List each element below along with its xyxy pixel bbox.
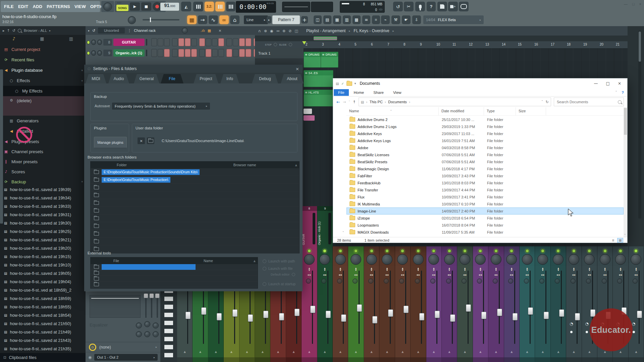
pan-arrows[interactable]: ◀▶	[370, 274, 373, 276]
browser-tree-item[interactable]: ○ My Effects	[0, 86, 86, 96]
stereo-knob[interactable]	[555, 279, 560, 284]
pan-knob[interactable]	[460, 254, 470, 265]
menu-item[interactable]: ADD	[33, 4, 42, 9]
mixer-strip[interactable]: ▲▼ ◀▶ ◔ ▲	[473, 246, 488, 362]
pan-knob[interactable]	[491, 254, 501, 265]
backup-file-item[interactable]: ▤ how-to-use-fl-st..saved at 19h20)	[0, 244, 86, 252]
search-input[interactable]	[556, 100, 616, 104]
step-cell[interactable]	[158, 49, 163, 57]
step-cell[interactable]	[164, 49, 170, 57]
fader-handle[interactable]	[310, 306, 315, 313]
channel-fader[interactable]	[146, 50, 147, 56]
step-cell[interactable]	[185, 38, 191, 46]
cut-icon[interactable]: ✂	[404, 2, 414, 11]
panel-toggle-icon[interactable]: ▤	[323, 15, 331, 24]
file-row[interactable]: FabFilter 10/09/2017 3:43 PM File folder	[346, 172, 624, 179]
pan-arrows[interactable]: ◀▶	[338, 274, 342, 276]
mixer-strip[interactable]: ▲▼ ◀▶ ◔ ▲	[582, 246, 597, 362]
time-stretch-selector[interactable]: ◷ (none) ▸	[86, 342, 160, 352]
stereo-knob[interactable]	[399, 279, 404, 284]
stereo-knob[interactable]	[633, 279, 638, 284]
settings-tab[interactable]: Debug	[252, 74, 278, 83]
volume-fader[interactable]	[312, 270, 313, 344]
volume-fader[interactable]	[327, 270, 328, 344]
pan-arrows[interactable]: ◀▶	[354, 274, 358, 276]
strip-enable-led[interactable]	[338, 249, 342, 253]
mixer-strip[interactable]: ▲▼ ◀▶ ◔ ▲	[411, 246, 426, 362]
search-box[interactable]	[554, 98, 624, 106]
stereo-knob[interactable]	[446, 279, 451, 284]
keyboard-editor-icon[interactable]: ▦	[208, 28, 211, 33]
file-name[interactable]: BeatSkillz Presets	[358, 160, 387, 164]
volume-knob[interactable]	[97, 40, 102, 45]
swing-knob[interactable]	[182, 27, 188, 34]
strip-enable-led[interactable]	[463, 249, 467, 253]
file-row[interactable]: Image-Line 14/09/2017 2:40 PM File folde…	[346, 207, 624, 215]
volume-fader[interactable]	[374, 270, 375, 344]
backup-file-item[interactable]: ▤ how-to-use-fl-st..saved at 19h33)	[0, 202, 86, 210]
pan-arrows[interactable]: ◀▶	[307, 274, 311, 276]
chevron-right-icon[interactable]: ▸	[480, 18, 481, 21]
browser-tree-item[interactable]: ∥ Mixer presets	[0, 157, 86, 167]
step-cell[interactable]	[206, 38, 211, 46]
playlist-tool-icon[interactable]: ◉	[270, 29, 273, 33]
close-icon[interactable]: ×	[218, 28, 221, 33]
add-pattern-icon[interactable]: +	[301, 16, 308, 23]
channel-fader[interactable]	[146, 39, 147, 46]
strip-enable-led[interactable]	[401, 249, 405, 253]
autosave-dropdown[interactable]: Frequently (every 5min & before risky op…	[112, 103, 210, 110]
file-row[interactable]: Addictive Keys 23/09/2017 11:03 ... File…	[346, 130, 624, 137]
fader-handle[interactable]	[217, 313, 222, 320]
address-input[interactable]: ▤ › This PC › Documents › ˅ ↻	[359, 98, 551, 106]
step-cell[interactable]	[151, 38, 157, 46]
channel-enable-led[interactable]	[87, 51, 90, 55]
stereo-separation-arrows[interactable]: ▲▼	[620, 267, 622, 271]
pan-knob[interactable]	[522, 254, 533, 265]
search-folder-row[interactable]: E:\Dropbox\GratuiTous\Music Production\	[91, 176, 299, 184]
stereo-knob[interactable]	[524, 279, 529, 284]
search-folder-row-empty[interactable]	[91, 222, 299, 230]
panel-toggle-icon[interactable]: ◫	[314, 15, 322, 24]
tool-icon[interactable]: ⚒	[391, 15, 400, 24]
channel-rack-title[interactable]: Channel rack	[134, 28, 156, 33]
minimize-icon[interactable]: —	[594, 81, 598, 86]
step-cell[interactable]	[233, 49, 238, 57]
output-selector[interactable]: Out 1 - Out 2 ▸	[94, 354, 158, 361]
browser-tree-item[interactable]: ♪ Scores	[0, 167, 86, 177]
volume-fader[interactable]	[514, 270, 515, 344]
playlist-zoom-bar[interactable]	[255, 36, 644, 41]
eq-freq-knob[interactable]	[136, 322, 142, 328]
ribbon-tab-file[interactable]: File	[334, 89, 349, 96]
panel-toggle-icon[interactable]: ▥	[343, 15, 351, 24]
strip-enable-led[interactable]	[634, 249, 638, 253]
step-cell[interactable]	[246, 49, 251, 57]
stereo-knob[interactable]	[306, 279, 311, 284]
fader-handle[interactable]	[388, 309, 393, 317]
pan-arrows[interactable]: ◀▶	[494, 274, 498, 276]
stereo-knob[interactable]	[321, 279, 326, 284]
volume-fader[interactable]	[405, 270, 406, 344]
strip-enable-led[interactable]	[619, 249, 623, 253]
fader-handle[interactable]	[528, 307, 533, 315]
browser-title[interactable]: Browser - ALL	[24, 28, 47, 33]
audio-clip-fragment[interactable]	[304, 115, 315, 121]
pan-arrows[interactable]: ◀▶	[385, 274, 389, 276]
mixer-strip[interactable]: ▲▼ ◀▶ ◔ ▲	[364, 246, 379, 362]
stereo-separation-arrows[interactable]: ▲▼	[557, 267, 559, 271]
stereo-separation-arrows[interactable]: ▲▼	[448, 267, 450, 271]
pan-knob[interactable]	[444, 254, 455, 265]
clear-path-icon[interactable]: ×	[138, 137, 145, 144]
swing-icon[interactable]: ∿	[209, 15, 218, 24]
mixer-strip[interactable]: ▲▼ ◀▶ ◔ ▲	[457, 246, 473, 362]
pan-knob[interactable]	[382, 254, 392, 265]
stereo-separation-arrows[interactable]: ▲▼	[324, 267, 326, 271]
fader-handle[interactable]	[404, 306, 409, 313]
file-row[interactable]: File Transfer 13/09/2017 4:44 PM File fo…	[346, 186, 624, 193]
sort-selector[interactable]: Unsorted	[98, 27, 125, 34]
stereo-separation-arrows[interactable]: ▲▼	[604, 267, 606, 271]
pan-knob[interactable]	[569, 254, 579, 265]
playlist-timeline[interactable]: STEP SLIDE 23456789101112131415161718192…	[255, 41, 644, 49]
backup-file-item[interactable]: ▤ how-to-use-fl-st..saved at 19h21)	[0, 236, 86, 244]
file-list-scrollbar[interactable]: ˅	[624, 107, 627, 237]
strip-enable-led[interactable]	[416, 249, 420, 253]
